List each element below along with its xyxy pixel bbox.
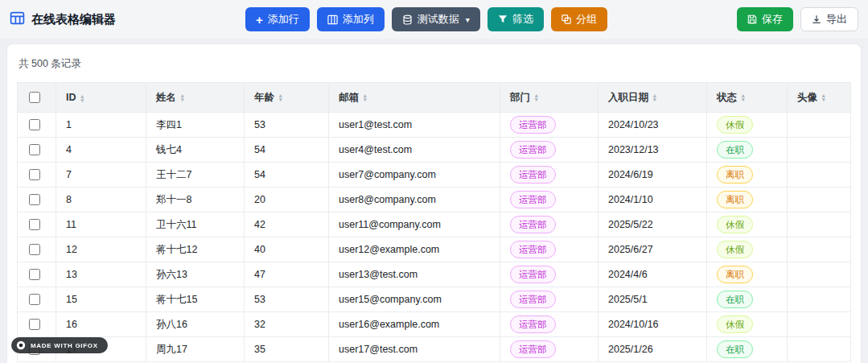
cell-name[interactable]: 孙八16 [146,312,245,337]
cell-age[interactable]: 54 [245,138,329,163]
cell-dept[interactable]: 运营部 [500,212,599,237]
row-checkbox[interactable] [29,244,40,255]
select-all-checkbox[interactable] [29,92,40,103]
cell-hire-date[interactable]: 2025/5/22 [599,212,707,237]
cell-status[interactable]: 休假 [707,113,788,138]
department-badge[interactable]: 运营部 [510,316,556,334]
cell-status[interactable]: 休假 [707,237,788,262]
header-name[interactable]: 姓名▴▾ [146,83,245,113]
cell-dept[interactable]: 运营部 [500,237,599,262]
cell-id[interactable]: 7 [56,163,146,188]
cell-dept[interactable]: 运营部 [500,138,599,163]
header-email[interactable]: 邮箱▴▾ [329,83,500,113]
sort-arrows-icon[interactable]: ▴▾ [535,93,538,101]
cell-age[interactable]: 35 [245,337,329,362]
cell-age[interactable]: 47 [245,262,329,287]
status-badge[interactable]: 在职 [717,291,753,309]
department-badge[interactable]: 运营部 [510,266,556,284]
cell-email[interactable]: user12@example.com [329,237,500,262]
cell-age[interactable]: 54 [245,163,329,188]
cell-hire-date[interactable]: 2024/10/23 [599,113,707,138]
cell-email[interactable]: user11@company.com [329,212,500,237]
cell-status[interactable]: 离职 [707,188,788,212]
add-row-button[interactable]: + 添加行 [245,7,310,31]
group-button[interactable]: 分组 [551,7,607,31]
cell-hire-date[interactable]: 2024/6/19 [599,163,707,188]
row-checkbox[interactable] [29,319,40,330]
cell-email[interactable]: user17@test.com [329,337,500,362]
cell-name[interactable]: 蒋十七15 [146,287,245,312]
cell-avatar[interactable] [788,287,851,312]
cell-hire-date[interactable]: 2025/6/27 [599,237,707,262]
sort-arrows-icon[interactable]: ▴▾ [181,93,184,101]
cell-name[interactable]: 卫十六11 [146,212,245,237]
cell-status[interactable]: 在职 [707,337,788,362]
cell-age[interactable]: 32 [245,312,329,337]
cell-age[interactable]: 20 [245,188,329,212]
department-badge[interactable]: 运营部 [510,116,556,134]
cell-dept[interactable]: 运营部 [500,337,599,362]
cell-avatar[interactable] [788,212,851,237]
sort-arrows-icon[interactable]: ▴▾ [279,93,282,101]
cell-email[interactable]: user15@company.com [329,287,500,312]
cell-hire-date[interactable]: 2024/1/10 [599,188,707,212]
cell-name[interactable]: 李四1 [146,113,245,138]
cell-dept[interactable]: 运营部 [500,312,599,337]
filter-button[interactable]: 筛选 [487,7,544,31]
cell-name[interactable]: 孙六13 [146,262,245,287]
cell-avatar[interactable] [788,188,851,212]
department-badge[interactable]: 运营部 [510,291,556,309]
cell-id[interactable]: 4 [56,138,146,163]
cell-avatar[interactable] [788,312,851,337]
row-checkbox[interactable] [29,169,40,180]
cell-email[interactable]: user1@test.com [329,113,500,138]
cell-dept[interactable]: 运营部 [500,188,599,212]
cell-avatar[interactable] [788,113,851,138]
cell-status[interactable]: 休假 [707,212,788,237]
cell-avatar[interactable] [788,237,851,262]
cell-name[interactable]: 钱七4 [146,138,245,163]
cell-dept[interactable]: 运营部 [500,163,599,188]
header-age[interactable]: 年龄▴▾ [245,83,329,113]
cell-status[interactable]: 在职 [707,287,788,312]
cell-hire-date[interactable]: 2025/1/26 [599,337,707,362]
row-checkbox[interactable] [29,144,40,155]
test-data-dropdown-button[interactable]: 测试数据 ▾ [392,7,480,31]
status-badge[interactable]: 在职 [717,340,753,359]
cell-age[interactable]: 53 [245,287,329,312]
row-checkbox[interactable] [29,219,40,230]
row-checkbox[interactable] [29,119,40,130]
cell-dept[interactable]: 运营部 [500,113,599,138]
status-badge[interactable]: 休假 [717,241,753,259]
cell-id[interactable]: 15 [56,287,146,312]
cell-dept[interactable]: 运营部 [500,262,599,287]
department-badge[interactable]: 运营部 [510,191,556,209]
status-badge[interactable]: 休假 [717,216,753,234]
status-badge[interactable]: 休假 [717,316,753,334]
cell-hire-date[interactable]: 2025/5/1 [599,287,707,312]
department-badge[interactable]: 运营部 [510,216,556,234]
cell-name[interactable]: 周九17 [146,337,245,362]
row-checkbox[interactable] [29,194,40,205]
cell-age[interactable]: 42 [245,212,329,237]
cell-id[interactable]: 12 [56,237,146,262]
cell-id[interactable]: 8 [56,188,146,212]
cell-id[interactable]: 13 [56,262,146,287]
cell-avatar[interactable] [788,262,851,287]
cell-hire-date[interactable]: 2024/10/16 [599,312,707,337]
sort-arrows-icon[interactable]: ▴▾ [822,93,825,101]
sort-arrows-icon[interactable]: ▴▾ [81,94,84,102]
sort-arrows-icon[interactable]: ▴▾ [742,93,745,101]
cell-email[interactable]: user8@company.com [329,188,500,212]
status-badge[interactable]: 离职 [717,266,753,284]
cell-hire-date[interactable]: 2024/4/6 [599,262,707,287]
cell-id[interactable]: 11 [56,212,146,237]
status-badge[interactable]: 休假 [717,116,753,134]
cell-id[interactable]: 1 [56,113,146,138]
cell-email[interactable]: user4@test.com [329,138,500,163]
cell-avatar[interactable] [788,138,851,163]
cell-id[interactable]: 16 [56,312,146,337]
cell-avatar[interactable] [788,337,851,362]
status-badge[interactable]: 离职 [717,166,753,184]
row-checkbox[interactable] [29,269,40,280]
